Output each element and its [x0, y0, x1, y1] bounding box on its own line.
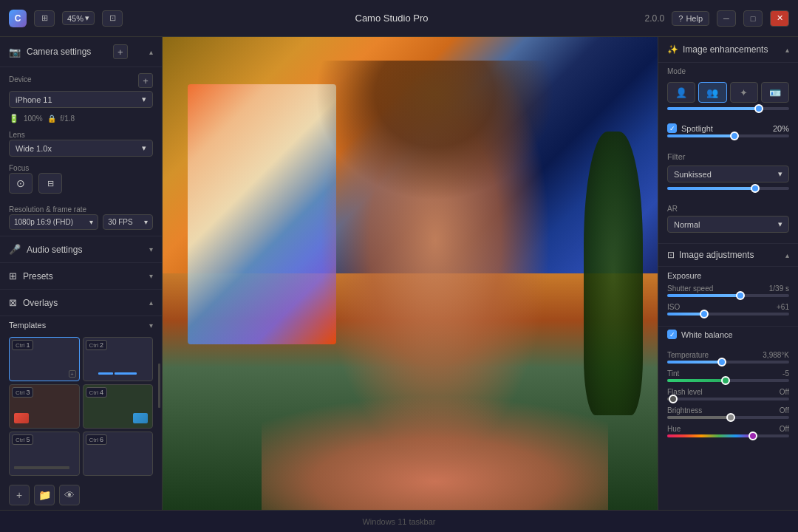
- presets-section-header[interactable]: ⊞ Presets ▾: [0, 263, 162, 290]
- hue-label: Hue: [667, 425, 681, 433]
- resolution-select[interactable]: 1080p 16:9 (FHD) ▾: [9, 214, 98, 230]
- hue-slider[interactable]: [667, 434, 789, 437]
- add-device-button[interactable]: +: [138, 73, 153, 88]
- exposure-label: Exposure: [667, 271, 789, 280]
- filter-select[interactable]: Sunkissed ▾: [667, 166, 789, 183]
- mode-id-button[interactable]: 🪪: [761, 82, 789, 103]
- device-value: iPhone 11: [16, 95, 52, 104]
- focus-auto-button[interactable]: ⊙: [9, 173, 33, 194]
- template-item-4[interactable]: Ctrl 4: [83, 384, 154, 429]
- presets-label: Presets: [23, 271, 53, 282]
- resolution-chevron: ▾: [89, 218, 93, 226]
- template-badge-1: Ctrl 1: [12, 340, 33, 350]
- resolution-value: 1080p 16:9 (FHD): [14, 218, 73, 226]
- mode-enhance-button[interactable]: ✦: [730, 82, 758, 103]
- main-content: 📷 Camera settings + ▴ Device + iPhone 11…: [0, 37, 798, 510]
- filter-value: Sunkissed: [674, 170, 712, 179]
- layout-toggle-button[interactable]: ⊡: [102, 10, 123, 27]
- device-chevron: ▾: [142, 95, 146, 104]
- template-item-5[interactable]: Ctrl 5: [9, 432, 80, 476]
- tint-thumb: [721, 376, 730, 385]
- flash-slider[interactable]: [667, 398, 789, 400]
- shutter-fill: [667, 294, 740, 297]
- shutter-slider[interactable]: [667, 294, 789, 297]
- templates-subheader[interactable]: Templates ▾: [0, 316, 162, 334]
- presets-icon: ⊞: [9, 270, 17, 282]
- titlebar: C ⊞ 45% ▾ ⊡ Camo Studio Pro 2.0.0 ? Help…: [0, 0, 798, 37]
- template-2-bar-1: [98, 372, 113, 375]
- flash-level-value: Off: [780, 388, 789, 396]
- close-button[interactable]: ✕: [770, 10, 789, 27]
- flash-fill: [667, 398, 673, 400]
- temperature-row: Temperature 3,988°K: [667, 351, 789, 359]
- template-item-2[interactable]: Ctrl 2: [83, 337, 154, 381]
- bottom-taskbar: Windows 11 taskbar: [0, 510, 798, 532]
- templates-grid-container: Ctrl 1 + Ctrl 2: [0, 334, 162, 482]
- filter-slider[interactable]: [667, 187, 789, 190]
- templates-grid: Ctrl 1 + Ctrl 2: [0, 334, 162, 482]
- battery-info: 🔋 100% 🔒 f/1.8: [9, 114, 153, 123]
- spotlight-checkbox[interactable]: ✓: [667, 123, 677, 133]
- maximize-button[interactable]: □: [743, 10, 763, 27]
- app-title: Camo Studio Pro: [171, 13, 612, 24]
- template-item-3[interactable]: Ctrl 3: [9, 384, 80, 429]
- iso-label: ISO: [667, 303, 680, 311]
- minimize-button[interactable]: ─: [717, 10, 736, 27]
- audio-settings-label: Audio settings: [27, 245, 82, 255]
- help-button[interactable]: ? Help: [672, 11, 709, 26]
- taskbar-content: Windows 11 taskbar: [362, 517, 435, 526]
- add-template-button[interactable]: +: [9, 485, 30, 505]
- sidebar-toggle-button[interactable]: ⊞: [34, 10, 55, 27]
- help-icon: ?: [678, 14, 683, 23]
- device-header: Device +: [9, 73, 153, 88]
- spotlight-slider[interactable]: [667, 134, 789, 137]
- mode-buttons-row: 👤 👥 ✦ 🪪: [658, 76, 798, 106]
- lens-select[interactable]: Wide 1.0x ▾: [9, 140, 153, 157]
- fps-chevron: ▾: [144, 218, 148, 226]
- mode-auto-button[interactable]: 👤: [667, 82, 695, 103]
- temperature-slider[interactable]: [667, 361, 789, 364]
- template-4-preview: [133, 413, 148, 423]
- template-badge-6: Ctrl 6: [86, 434, 107, 445]
- tint-slider[interactable]: [667, 379, 789, 382]
- filter-label: Filter: [667, 152, 685, 161]
- zoom-value: 45%: [67, 14, 83, 23]
- image-enhancements-header[interactable]: ✨ Image enhancements ▴: [658, 37, 798, 63]
- ar-select[interactable]: Normal ▾: [667, 216, 789, 233]
- brightness-slider[interactable]: [667, 416, 789, 419]
- template-3-preview: [14, 413, 29, 423]
- camera-settings-add-button[interactable]: +: [113, 44, 128, 59]
- camera-settings-section-header[interactable]: 📷 Camera settings + ▴: [0, 37, 162, 67]
- spotlight-section: ✓ Spotlight 20%: [658, 120, 798, 149]
- template-item-6[interactable]: Ctrl 6: [83, 432, 154, 476]
- audio-settings-section-header[interactable]: 🎤 Audio settings ▾: [0, 236, 162, 263]
- import-template-button[interactable]: 📁: [34, 485, 55, 505]
- template-badge-3: Ctrl 3: [12, 387, 33, 398]
- overlays-section-header[interactable]: ⊠ Overlays ▴: [0, 290, 162, 316]
- wb-checkbox[interactable]: ✓: [667, 330, 677, 339]
- wb-label: White balance: [681, 330, 733, 339]
- template-actions: + 📁 👁: [0, 482, 162, 510]
- templates-chevron: ▾: [149, 321, 153, 330]
- flash-level-row: Flash level Off: [667, 388, 789, 396]
- presets-chevron: ▾: [149, 272, 153, 280]
- template-item-1[interactable]: Ctrl 1 +: [9, 337, 80, 381]
- fps-select[interactable]: 30 FPS ▾: [103, 214, 153, 230]
- audio-settings-chevron: ▾: [149, 245, 153, 253]
- image-adjustments-header[interactable]: ⊡ Image adjustments ▴: [658, 243, 798, 267]
- overlays-chevron: ▴: [149, 299, 153, 307]
- image-adjustments-label: Image adjustments: [679, 250, 754, 260]
- ar-label: AR: [667, 205, 789, 213]
- mode-portrait-button[interactable]: 👥: [698, 82, 726, 103]
- exposure-block: Exposure Shutter speed 1/39 s ISO +61: [658, 267, 798, 326]
- zoom-level-badge[interactable]: 45% ▾: [62, 11, 95, 25]
- visibility-template-button[interactable]: 👁: [59, 485, 80, 505]
- device-select[interactable]: iPhone 11 ▾: [9, 91, 153, 108]
- mode-slider-thumb: [754, 104, 763, 113]
- hue-fill: [667, 434, 753, 437]
- template-badge-2: Ctrl 2: [86, 340, 107, 350]
- zoom-chevron: ▾: [85, 13, 89, 23]
- mode-slider[interactable]: [667, 107, 789, 110]
- focus-manual-button[interactable]: ⊟: [38, 173, 62, 194]
- iso-slider[interactable]: [667, 313, 789, 316]
